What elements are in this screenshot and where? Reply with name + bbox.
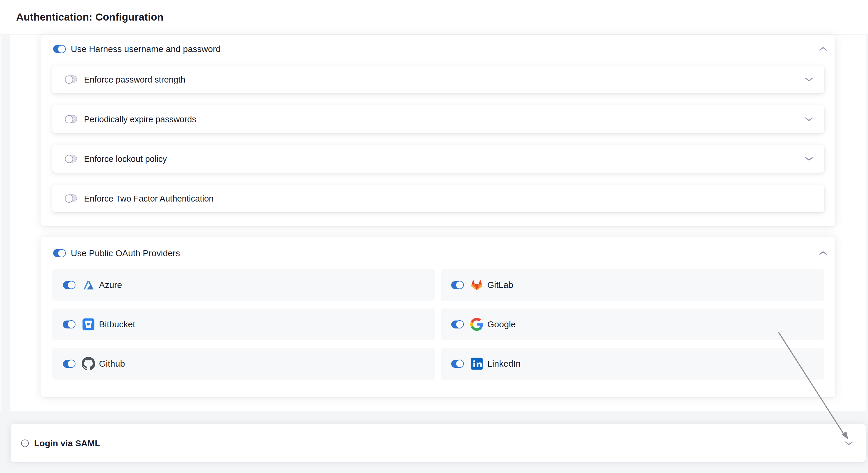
oauth-providers-label: Use Public OAuth Providers: [71, 248, 180, 258]
expire-passwords-toggle[interactable]: [65, 115, 77, 123]
chevron-up-icon: [819, 251, 827, 255]
gitlab-icon: [470, 278, 484, 292]
lockout-policy-row: Enforce lockout policy: [52, 145, 824, 173]
chevron-down-icon: [805, 117, 813, 121]
azure-icon: [82, 278, 95, 292]
gitlab-toggle[interactable]: [451, 281, 464, 289]
provider-label: Azure: [99, 280, 122, 290]
toggle-knob: [456, 320, 464, 328]
toggle-knob: [456, 359, 464, 368]
chevron-down-icon: [805, 77, 813, 82]
expand-password-strength-button[interactable]: [805, 77, 813, 82]
expand-saml-button[interactable]: [845, 441, 853, 445]
azure-toggle[interactable]: [63, 281, 75, 289]
bitbucket-icon: [82, 318, 95, 331]
google-icon: [470, 318, 484, 331]
expand-lockout-policy-button[interactable]: [805, 157, 813, 161]
github-icon: [82, 357, 95, 371]
password-strength-row: Enforce password strength: [52, 65, 824, 93]
page-header: Authentication: Configuration: [0, 0, 868, 34]
saml-card: Login via SAML: [10, 424, 866, 462]
password-strength-label: Enforce password strength: [84, 75, 185, 85]
toggle-knob: [67, 359, 75, 368]
toggle-knob: [58, 45, 66, 53]
provider-tile-linkedin: LinkedIn: [441, 348, 824, 380]
password-strength-toggle[interactable]: [65, 75, 77, 83]
two-factor-toggle[interactable]: [65, 194, 77, 202]
toggle-knob: [65, 75, 73, 84]
toggle-knob: [67, 281, 75, 289]
bitbucket-toggle[interactable]: [63, 320, 75, 328]
linkedin-toggle[interactable]: [451, 360, 464, 368]
saml-radio[interactable]: [21, 440, 29, 447]
toggle-knob: [67, 320, 75, 328]
linkedin-icon: [470, 357, 484, 371]
lockout-policy-label: Enforce lockout policy: [84, 154, 167, 164]
page-title: Authentication: Configuration: [16, 11, 164, 23]
username-password-label: Use Harness username and password: [71, 44, 221, 54]
provider-label: GitLab: [487, 280, 513, 290]
provider-tile-bitbucket: Bitbucket: [52, 309, 435, 340]
lockout-policy-toggle[interactable]: [65, 155, 77, 162]
toggle-knob: [65, 194, 73, 203]
expire-passwords-label: Periodically expire passwords: [84, 114, 196, 124]
toggle-knob: [58, 249, 66, 257]
toggle-knob: [65, 115, 73, 123]
provider-label: Bitbucket: [99, 319, 135, 329]
two-factor-row: Enforce Two Factor Authentication: [52, 185, 824, 212]
two-factor-label: Enforce Two Factor Authentication: [84, 194, 214, 203]
google-toggle[interactable]: [451, 320, 464, 328]
chevron-up-icon: [819, 47, 827, 51]
provider-label: Github: [99, 359, 125, 369]
chevron-down-icon: [845, 441, 853, 445]
username-password-toggle[interactable]: [53, 45, 65, 53]
toggle-knob: [65, 155, 73, 163]
expire-passwords-row: Periodically expire passwords: [52, 105, 824, 133]
oauth-provider-grid: Azure GitLab: [52, 269, 824, 380]
github-toggle[interactable]: [63, 360, 75, 368]
username-password-card: Use Harness username and password Enforc…: [40, 35, 835, 226]
oauth-providers-toggle[interactable]: [53, 249, 65, 257]
provider-tile-azure: Azure: [52, 269, 435, 301]
expand-expire-passwords-button[interactable]: [805, 117, 813, 121]
left-gutter: [0, 35, 2, 411]
chevron-down-icon: [805, 157, 813, 161]
saml-label: Login via SAML: [34, 438, 100, 448]
provider-tile-gitlab: GitLab: [441, 269, 824, 301]
toggle-knob: [456, 281, 464, 289]
provider-label: Google: [487, 319, 516, 329]
provider-label: LinkedIn: [487, 359, 521, 369]
provider-tile-github: Github: [52, 348, 435, 380]
oauth-providers-card: Use Public OAuth Providers Azure: [40, 237, 835, 397]
collapse-oauth-providers-button[interactable]: [819, 251, 827, 255]
collapse-username-password-button[interactable]: [819, 47, 827, 51]
provider-tile-google: Google: [441, 309, 824, 340]
